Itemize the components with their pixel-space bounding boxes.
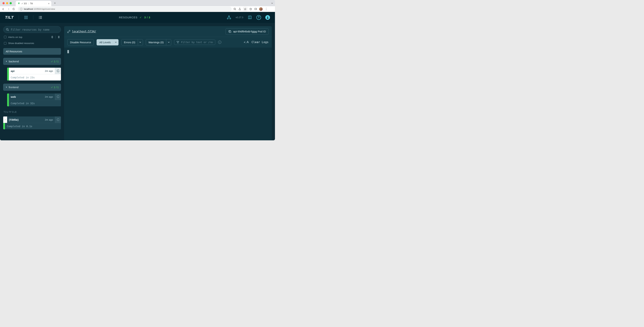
app-header: TILT RESOURCES ✓ 3 / 3 v0.27.3 bbox=[0, 12, 275, 23]
checkbox-icon bbox=[4, 36, 6, 38]
warnings-button[interactable]: Warnings (0) bbox=[146, 39, 166, 45]
zoom-icon[interactable] bbox=[234, 8, 236, 10]
font-small-label: A bbox=[244, 41, 245, 43]
checkbox-label: Alerts on top bbox=[8, 36, 22, 38]
close-tab-button[interactable]: × bbox=[48, 2, 50, 5]
svg-point-16 bbox=[227, 18, 228, 19]
all-levels-dropdown[interactable] bbox=[114, 39, 118, 45]
status-indicator bbox=[7, 68, 9, 74]
svg-rect-3 bbox=[255, 8, 256, 10]
resource-name: api bbox=[11, 69, 14, 72]
clear-logs-button[interactable]: Clear Logs bbox=[252, 41, 268, 44]
site-info-icon[interactable]: i bbox=[20, 8, 22, 10]
collapse-chevron-icon: ▼ bbox=[6, 86, 7, 88]
all-resources-button[interactable]: All Resources bbox=[3, 48, 61, 55]
group-name: frontend bbox=[9, 86, 18, 89]
maximize-window-button[interactable] bbox=[10, 2, 12, 4]
resource-status-text: Completed in 23s bbox=[9, 74, 61, 80]
forward-button[interactable] bbox=[7, 8, 11, 10]
account-icon[interactable] bbox=[265, 15, 270, 20]
search-icon bbox=[6, 28, 9, 31]
group-name: backend bbox=[9, 60, 19, 63]
resource-card-api[interactable]: api 2m ago Completed in 23s bbox=[7, 68, 61, 80]
copy-pod-id-button[interactable]: api-99df84bdd-fgjgg Pod ID bbox=[226, 28, 268, 35]
resource-card-tiltfile[interactable]: ✓ (Tiltfile) 2m ago Completed in 0.1s bbox=[3, 116, 61, 129]
status-indicator bbox=[7, 100, 9, 106]
back-button[interactable] bbox=[2, 8, 5, 10]
tab-list-button[interactable] bbox=[271, 2, 273, 4]
group-header-backend[interactable]: ▼ backend ✓1 / 1 bbox=[3, 58, 61, 65]
trigger-update-button[interactable] bbox=[55, 93, 61, 100]
browser-tab[interactable]: ✓ 3/3 ｜ Tilt × bbox=[16, 1, 51, 6]
font-size-control[interactable]: A A bbox=[244, 40, 249, 44]
warnings-dropdown[interactable] bbox=[166, 39, 171, 45]
filter-info-icon[interactable]: i bbox=[218, 41, 221, 44]
all-levels-button[interactable]: All Levels bbox=[96, 39, 113, 45]
resource-card-web[interactable]: web 2m ago Completed in 32s bbox=[7, 93, 61, 106]
svg-line-22 bbox=[8, 30, 9, 31]
status-indicator bbox=[7, 93, 9, 100]
browser-toolbar: i localhost:10350/r/api/overview ⋮ bbox=[0, 6, 275, 12]
bookmark-star-icon[interactable] bbox=[243, 7, 247, 11]
resource-status-text: Completed in 32s bbox=[9, 100, 61, 106]
link-icon bbox=[67, 30, 70, 33]
check-icon: ✓ bbox=[140, 16, 142, 19]
log-toolbar: Disable Resource All Levels Errors (0) bbox=[64, 37, 272, 47]
reload-button[interactable] bbox=[12, 8, 16, 10]
trigger-update-button[interactable] bbox=[55, 68, 61, 74]
status-indicator bbox=[7, 74, 9, 80]
svg-point-17 bbox=[230, 18, 231, 19]
endpoint-link[interactable]: localhost:5734/ bbox=[72, 30, 96, 33]
address-bar[interactable]: i localhost:10350/r/api/overview bbox=[18, 6, 232, 11]
show-disabled-checkbox[interactable]: Show disabled resources bbox=[3, 41, 61, 45]
group-header-frontend[interactable]: ▼ frontend ✓1 / 1 bbox=[3, 84, 61, 91]
divider bbox=[19, 15, 19, 19]
svg-rect-8 bbox=[26, 18, 28, 19]
status-indicator: ✓ bbox=[3, 116, 7, 123]
side-panel-icon[interactable] bbox=[254, 8, 257, 10]
copy-icon bbox=[228, 30, 232, 33]
tab-favicon bbox=[18, 2, 20, 5]
help-icon[interactable]: ? bbox=[256, 15, 261, 20]
resource-status-text: Completed in 0.1s bbox=[5, 123, 61, 129]
resource-filter-input[interactable] bbox=[11, 28, 58, 31]
grid-view-button[interactable] bbox=[24, 15, 28, 19]
cluster-icon[interactable] bbox=[227, 15, 231, 20]
log-output[interactable] bbox=[64, 47, 272, 140]
new-tab-button[interactable]: ＋ bbox=[52, 1, 58, 6]
log-text-filter[interactable] bbox=[174, 39, 215, 45]
minimize-window-button[interactable] bbox=[6, 2, 8, 4]
log-filter-input[interactable] bbox=[181, 41, 213, 44]
filter-icon bbox=[176, 41, 179, 44]
log-cursor bbox=[67, 50, 69, 53]
list-view-button[interactable] bbox=[38, 15, 42, 19]
collapse-all-button[interactable] bbox=[58, 35, 60, 39]
group-count: 1 / 1 bbox=[54, 60, 59, 63]
tiltfile-section-label: TILTFILE bbox=[4, 111, 61, 113]
resource-filter-search[interactable] bbox=[3, 26, 61, 33]
resource-detail-header: localhost:5734/ api-99df84bdd-fgjgg Pod … bbox=[64, 26, 272, 37]
profile-avatar[interactable] bbox=[259, 7, 263, 11]
svg-line-18 bbox=[228, 16, 229, 18]
tilt-logo[interactable]: TILT bbox=[5, 15, 14, 20]
close-window-button[interactable] bbox=[2, 2, 5, 4]
pod-id-text: api-99df84bdd-fgjgg Pod ID bbox=[233, 30, 266, 33]
disable-resource-button[interactable]: Disable Resource bbox=[67, 39, 94, 45]
version-label: v0.27.3 bbox=[236, 16, 243, 19]
trigger-update-button[interactable] bbox=[55, 116, 61, 123]
resource-name: (Tiltfile) bbox=[9, 118, 18, 121]
main-pane: localhost:5734/ api-99df84bdd-fgjgg Pod … bbox=[64, 26, 272, 140]
share-icon[interactable] bbox=[238, 8, 241, 10]
svg-line-1 bbox=[236, 9, 236, 10]
check-icon: ✓ bbox=[51, 86, 53, 89]
browser-menu-icon[interactable]: ⋮ bbox=[265, 7, 268, 11]
expand-all-button[interactable] bbox=[51, 35, 54, 39]
resources-label: RESOURCES bbox=[119, 16, 138, 19]
resource-name: web bbox=[11, 95, 16, 98]
collapse-chevron-icon: ▼ bbox=[6, 60, 7, 62]
alerts-on-top-checkbox[interactable]: Alerts on top bbox=[4, 36, 22, 38]
extensions-icon[interactable] bbox=[249, 8, 252, 10]
errors-button[interactable]: Errors (0) bbox=[121, 39, 138, 45]
docs-icon[interactable] bbox=[248, 15, 252, 20]
errors-dropdown[interactable] bbox=[138, 39, 143, 45]
